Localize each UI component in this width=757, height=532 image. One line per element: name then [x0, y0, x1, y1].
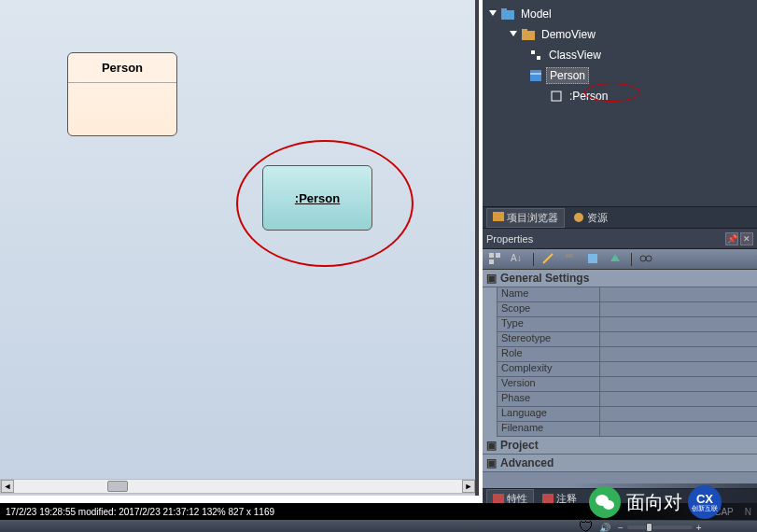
tree-label: Model [518, 7, 554, 21]
horizontal-scrollbar[interactable]: ◄ ► [0, 479, 476, 494]
tree-node-classview[interactable]: ClassView [488, 45, 751, 65]
tree-label: ClassView [546, 48, 604, 63]
object-element-person[interactable]: :Person [262, 165, 372, 231]
status-cap: CAP [714, 507, 734, 517]
section-label: Project [500, 439, 539, 452]
collapse-icon[interactable]: ▣ [486, 272, 497, 285]
tab-label: 资源 [587, 211, 608, 225]
tree-node-model[interactable]: Model [488, 4, 751, 24]
prop-row-version[interactable]: Version [483, 377, 757, 392]
svg-point-12 [574, 213, 583, 222]
categorize-icon[interactable] [488, 252, 503, 267]
expand-arrow-icon[interactable] [509, 30, 518, 39]
os-taskbar: 🛡 🔊 − + [0, 520, 757, 532]
tree-tab-bar: 项目浏览器 资源 [483, 206, 757, 229]
prop-row-stereotype[interactable]: Stereotype [483, 332, 757, 347]
tab-label: 项目浏览器 [507, 211, 558, 225]
package-icon [522, 28, 535, 41]
object-title: :Person [295, 191, 340, 205]
zoom-slider[interactable]: − + [618, 523, 702, 533]
svg-marker-20 [610, 254, 620, 261]
diagram-icon [529, 49, 542, 62]
svg-text:A↓: A↓ [511, 253, 522, 263]
tree-label: :Person [567, 89, 610, 104]
diagram-canvas[interactable]: Person :Person ◄ ► [0, 0, 479, 496]
separator [533, 253, 534, 266]
prop-row-filename[interactable]: Filename [483, 422, 757, 437]
svg-rect-8 [530, 70, 541, 81]
object-icon [550, 90, 563, 103]
zoom-out-icon[interactable]: − [618, 523, 624, 533]
svg-rect-2 [501, 8, 507, 11]
svg-rect-24 [542, 494, 554, 503]
svg-rect-11 [493, 212, 504, 221]
wand-icon[interactable] [541, 252, 556, 267]
prop-row-complexity[interactable]: Complexity [483, 362, 757, 377]
svg-rect-14 [496, 253, 500, 258]
svg-rect-18 [566, 254, 573, 258]
svg-rect-23 [493, 494, 504, 503]
tree-node-person-class[interactable]: Person [488, 65, 751, 86]
svg-point-21 [640, 256, 646, 261]
section-general[interactable]: ▣ General Settings [483, 270, 757, 287]
svg-marker-3 [510, 31, 517, 36]
hammer-icon[interactable] [564, 252, 579, 267]
class-element-person[interactable]: Person [67, 52, 177, 136]
scroll-thumb[interactable] [107, 481, 128, 492]
resource-icon [573, 212, 584, 223]
svg-point-22 [646, 256, 652, 261]
sound-icon[interactable]: 🔊 [599, 523, 610, 533]
svg-rect-4 [522, 31, 535, 40]
section-label: General Settings [500, 272, 589, 285]
sort-icon[interactable]: A↓ [511, 252, 526, 267]
section-project[interactable]: ▣ Project [483, 437, 757, 455]
browser-icon [493, 212, 504, 223]
prop-row-scope[interactable]: Scope [483, 302, 757, 317]
slider-thumb[interactable] [646, 523, 652, 532]
binoculars-icon[interactable] [639, 252, 654, 267]
status-n: N [745, 507, 751, 517]
properties-grid[interactable]: ▣ General Settings Name Scope Type Stere… [483, 270, 757, 488]
slider-track[interactable] [627, 525, 693, 529]
tree-label-selected: Person [546, 67, 589, 84]
svg-rect-1 [501, 10, 514, 20]
prop-row-language[interactable]: Language [483, 407, 757, 422]
svg-rect-10 [552, 91, 561, 101]
scroll-right-arrow[interactable]: ► [462, 480, 475, 493]
properties-header: Properties 📌 ✕ [483, 229, 757, 249]
expand-icon[interactable]: ▣ [486, 456, 497, 469]
close-button[interactable]: ✕ [740, 232, 753, 245]
scroll-left-arrow[interactable]: ◄ [1, 480, 14, 493]
prop-row-phase[interactable]: Phase [483, 392, 757, 407]
tree-node-person-object[interactable]: :Person [488, 86, 751, 106]
svg-rect-15 [489, 259, 494, 264]
shield-icon[interactable]: 🛡 [579, 519, 594, 532]
prop-row-name[interactable]: Name [483, 287, 757, 302]
svg-rect-6 [531, 50, 535, 54]
tree-node-demoview[interactable]: DemoView [488, 24, 751, 45]
pin-button[interactable]: 📌 [725, 232, 738, 245]
section-label: Advanced [500, 456, 554, 469]
properties-title: Properties [486, 233, 533, 245]
prop-row-type[interactable]: Type [483, 317, 757, 332]
properties-toolbar: A↓ [483, 249, 757, 270]
class-icon [529, 69, 542, 82]
svg-rect-19 [588, 254, 597, 263]
tab-project-browser[interactable]: 项目浏览器 [486, 208, 565, 228]
status-bar: 17/2/23 19:28:55 modified: 2017/2/23 21:… [0, 503, 757, 520]
svg-rect-5 [522, 29, 527, 32]
note-icon[interactable] [586, 252, 601, 267]
project-tree[interactable]: Model DemoView ClassView Person :Person [483, 0, 757, 206]
svg-rect-13 [489, 253, 494, 258]
expand-icon[interactable]: ▣ [486, 439, 497, 452]
svg-line-17 [543, 254, 553, 263]
zoom-in-icon[interactable]: + [696, 523, 702, 533]
status-text: 17/2/23 19:28:55 modified: 2017/2/23 21:… [6, 507, 274, 517]
section-advanced[interactable]: ▣ Advanced [483, 455, 757, 472]
prop-row-role[interactable]: Role [483, 347, 757, 362]
expand-arrow-icon[interactable] [488, 9, 498, 19]
model-icon [501, 7, 514, 21]
up-arrow-icon[interactable] [609, 252, 624, 267]
tab-resources[interactable]: 资源 [567, 208, 614, 228]
svg-rect-7 [537, 56, 540, 60]
